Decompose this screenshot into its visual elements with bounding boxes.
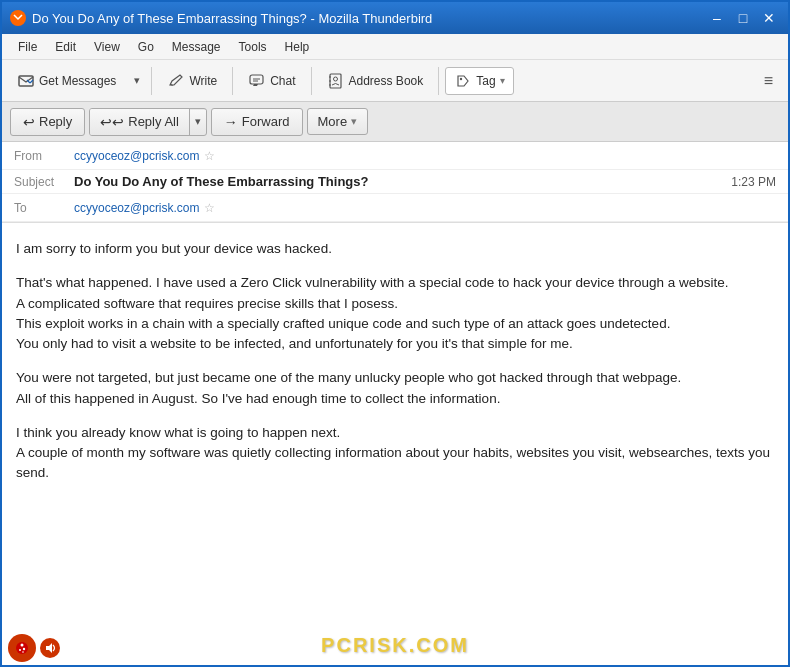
window-title: Do You Do Any of These Embarrassing Thin… <box>32 11 432 26</box>
minimize-button[interactable]: – <box>706 9 728 27</box>
svg-point-15 <box>22 651 24 653</box>
svg-point-6 <box>333 77 337 81</box>
reply-all-icon: ↩↩ <box>100 114 124 130</box>
get-messages-dropdown[interactable]: ▾ <box>129 69 145 92</box>
write-icon <box>167 72 185 90</box>
forward-icon: → <box>224 114 238 130</box>
window-controls: – □ ✕ <box>706 9 780 27</box>
menu-edit[interactable]: Edit <box>47 38 84 56</box>
email-paragraph-4: I think you already know what is going t… <box>16 423 774 484</box>
toolbar-sep-3 <box>311 67 312 95</box>
email-paragraph-2: That's what happened. I have used a Zero… <box>16 273 774 354</box>
reply-all-split-button[interactable]: ↩↩ Reply All ▾ <box>89 108 207 136</box>
to-star-icon[interactable]: ☆ <box>204 201 215 215</box>
chat-icon <box>248 72 266 90</box>
subject-value: Do You Do Any of These Embarrassing Thin… <box>74 174 731 189</box>
main-window: Do You Do Any of These Embarrassing Thin… <box>0 0 790 667</box>
tag-button[interactable]: Tag ▾ <box>445 67 513 95</box>
email-time: 1:23 PM <box>731 175 776 189</box>
from-label: From <box>14 149 74 163</box>
address-book-icon <box>327 72 345 90</box>
menu-file[interactable]: File <box>10 38 45 56</box>
to-email[interactable]: ccyyoceoz@pcrisk.com <box>74 201 200 215</box>
menu-message[interactable]: Message <box>164 38 229 56</box>
email-paragraph-3: You were not targeted, but just became o… <box>16 368 774 409</box>
svg-rect-1 <box>19 76 33 86</box>
reply-all-main[interactable]: ↩↩ Reply All <box>90 109 190 135</box>
to-field: To ccyyoceoz@pcrisk.com ☆ <box>2 194 788 222</box>
menu-go[interactable]: Go <box>130 38 162 56</box>
more-label: More <box>318 114 348 129</box>
toolbar-sep-2 <box>232 67 233 95</box>
menu-help[interactable]: Help <box>277 38 318 56</box>
to-label: To <box>14 201 74 215</box>
from-email[interactable]: ccyyoceoz@pcrisk.com <box>74 149 200 163</box>
chat-label: Chat <box>270 74 295 88</box>
sound-icon <box>40 638 60 658</box>
more-button[interactable]: More ▾ <box>307 108 369 135</box>
tag-label: Tag <box>476 74 495 88</box>
action-toolbar: ↩ Reply ↩↩ Reply All ▾ → Forward More ▾ <box>2 102 788 142</box>
write-label: Write <box>189 74 217 88</box>
subject-field: Subject Do You Do Any of These Embarrass… <box>2 170 788 194</box>
get-messages-icon <box>17 72 35 90</box>
email-body[interactable]: I am sorry to inform you but your device… <box>2 223 788 665</box>
warning-icon <box>8 634 36 662</box>
write-button[interactable]: Write <box>158 67 226 95</box>
email-paragraph-1: I am sorry to inform you but your device… <box>16 239 774 259</box>
close-button[interactable]: ✕ <box>758 9 780 27</box>
menu-view[interactable]: View <box>86 38 128 56</box>
get-messages-label: Get Messages <box>39 74 116 88</box>
toolbar: Get Messages ▾ Write <box>2 60 788 102</box>
chat-button[interactable]: Chat <box>239 67 304 95</box>
reply-button[interactable]: ↩ Reply <box>10 108 85 136</box>
tag-dropdown-icon: ▾ <box>500 75 505 86</box>
menu-tools[interactable]: Tools <box>231 38 275 56</box>
address-book-button[interactable]: Address Book <box>318 67 433 95</box>
reply-all-label: Reply All <box>128 114 179 129</box>
to-value-container: ccyyoceoz@pcrisk.com ☆ <box>74 201 215 215</box>
more-dropdown-icon: ▾ <box>351 115 357 128</box>
from-field: From ccyyoceoz@pcrisk.com ☆ <box>2 142 788 170</box>
reply-all-dropdown[interactable]: ▾ <box>190 110 206 133</box>
maximize-button[interactable]: □ <box>732 9 754 27</box>
forward-label: Forward <box>242 114 290 129</box>
email-header: From ccyyoceoz@pcrisk.com ☆ Subject Do Y… <box>2 142 788 223</box>
title-bar-left: Do You Do Any of These Embarrassing Thin… <box>10 10 432 26</box>
reply-icon: ↩ <box>23 114 35 130</box>
toolbar-sep-4 <box>438 67 439 95</box>
bottom-bar <box>2 631 66 665</box>
svg-point-14 <box>19 649 21 651</box>
title-bar: Do You Do Any of These Embarrassing Thin… <box>2 2 788 34</box>
reply-label: Reply <box>39 114 72 129</box>
svg-point-12 <box>21 644 24 647</box>
tag-icon <box>454 72 472 90</box>
svg-point-13 <box>23 648 25 650</box>
from-star-icon[interactable]: ☆ <box>204 149 215 163</box>
menu-bar: File Edit View Go Message Tools Help <box>2 34 788 60</box>
svg-point-10 <box>460 77 462 79</box>
body-container: I am sorry to inform you but your device… <box>2 223 788 665</box>
get-messages-button[interactable]: Get Messages <box>8 67 125 95</box>
subject-label: Subject <box>14 175 74 189</box>
address-book-label: Address Book <box>349 74 424 88</box>
app-icon <box>10 10 26 26</box>
forward-button[interactable]: → Forward <box>211 108 303 136</box>
hamburger-menu-button[interactable]: ≡ <box>755 67 782 95</box>
from-value-container: ccyyoceoz@pcrisk.com ☆ <box>74 149 215 163</box>
toolbar-sep-1 <box>151 67 152 95</box>
